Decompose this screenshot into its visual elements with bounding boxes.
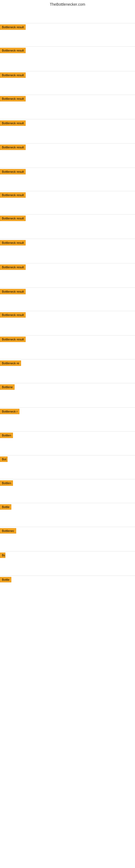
bottleneck-item-17[interactable]: Bottleneck r bbox=[0, 407, 135, 416]
bottleneck-item-16[interactable]: Bottlene bbox=[0, 383, 135, 392]
bottleneck-item-23[interactable]: Bo bbox=[0, 551, 135, 560]
bottleneck-item-11[interactable]: Bottleneck result bbox=[0, 263, 135, 272]
bottleneck-badge[interactable]: Bottleneck result bbox=[0, 240, 26, 246]
bottleneck-item-8[interactable]: Bottleneck result bbox=[0, 191, 135, 200]
bottleneck-item-2[interactable]: Bottleneck result bbox=[0, 46, 135, 55]
bottleneck-badge[interactable]: Bottle bbox=[0, 504, 11, 510]
bottleneck-badge[interactable]: Bottleneck result bbox=[0, 265, 26, 270]
bottleneck-badge[interactable]: Bottleneck result bbox=[0, 120, 26, 126]
bottleneck-badge[interactable]: Bottleneck result bbox=[0, 169, 26, 175]
page-container: TheBottlenecker.com Bottleneck resultBot… bbox=[0, 0, 135, 868]
bottleneck-item-3[interactable]: Bottleneck result bbox=[0, 71, 135, 80]
bottleneck-item-4[interactable]: Bottleneck result bbox=[0, 95, 135, 104]
bottleneck-item-10[interactable]: Bottleneck result bbox=[0, 239, 135, 248]
bottleneck-item-5[interactable]: Bottleneck result bbox=[0, 119, 135, 128]
bottleneck-item-1[interactable]: Bottleneck result bbox=[0, 23, 135, 32]
bottleneck-badge[interactable]: Bottleneck result bbox=[0, 216, 26, 221]
bottleneck-badge[interactable]: Bottleneck re bbox=[0, 361, 21, 366]
bottleneck-badge[interactable]: Bottle bbox=[0, 577, 11, 582]
bottleneck-badge[interactable]: Bottleneck result bbox=[0, 72, 26, 78]
bottleneck-item-22[interactable]: Bottlenec bbox=[0, 527, 135, 536]
bottleneck-item-14[interactable]: Bottleneck result bbox=[0, 335, 135, 344]
bottleneck-item-15[interactable]: Bottleneck re bbox=[0, 359, 135, 368]
bottleneck-item-21[interactable]: Bottle bbox=[0, 503, 135, 512]
bottleneck-badge[interactable]: Bottlen bbox=[0, 433, 13, 438]
bottleneck-badge[interactable]: Bottlene bbox=[0, 384, 14, 390]
bottleneck-item-13[interactable]: Bottleneck result bbox=[0, 311, 135, 320]
bottleneck-badge[interactable]: Bottleneck result bbox=[0, 289, 26, 294]
bottleneck-badge[interactable]: Bottleneck result bbox=[0, 192, 26, 198]
bottleneck-badge[interactable]: Bottleneck result bbox=[0, 48, 26, 53]
bottleneck-item-19[interactable]: Bot bbox=[0, 455, 135, 464]
bottleneck-item-24[interactable]: Bottle bbox=[0, 576, 135, 585]
bottleneck-badge[interactable]: Bottleneck r bbox=[0, 409, 19, 414]
site-title: TheBottlenecker.com bbox=[0, 0, 135, 8]
bottleneck-badge[interactable]: Bo bbox=[0, 553, 5, 558]
bottleneck-item-7[interactable]: Bottleneck result bbox=[0, 167, 135, 177]
bottleneck-badge[interactable]: Bottleneck result bbox=[0, 337, 26, 342]
bottleneck-badge[interactable]: Bot bbox=[0, 457, 8, 462]
bottleneck-item-9[interactable]: Bottleneck result bbox=[0, 214, 135, 223]
bottleneck-badge[interactable]: Bottlen bbox=[0, 480, 13, 486]
bottleneck-badge[interactable]: Bottleneck result bbox=[0, 145, 26, 150]
bottleneck-badge[interactable]: Bottlenec bbox=[0, 528, 16, 533]
bottleneck-item-18[interactable]: Bottlen bbox=[0, 431, 135, 440]
bottleneck-badge[interactable]: Bottleneck result bbox=[0, 24, 26, 30]
bottleneck-item-12[interactable]: Bottleneck result bbox=[0, 287, 135, 297]
bottleneck-badge[interactable]: Bottleneck result bbox=[0, 96, 26, 101]
bottleneck-badge[interactable]: Bottleneck result bbox=[0, 312, 26, 318]
bottleneck-item-20[interactable]: Bottlen bbox=[0, 479, 135, 488]
bottleneck-item-6[interactable]: Bottleneck result bbox=[0, 143, 135, 152]
items-list: Bottleneck resultBottleneck resultBottle… bbox=[0, 8, 135, 868]
